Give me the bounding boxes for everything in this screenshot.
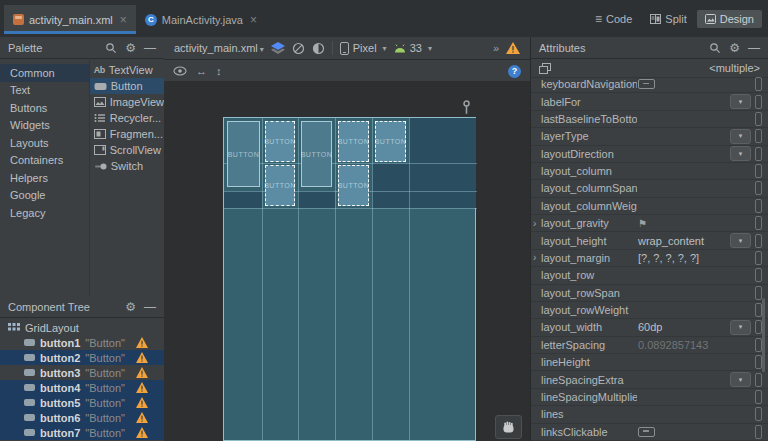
- dropdown-button[interactable]: ▾: [730, 233, 751, 248]
- attribute-value[interactable]: [?, ?, ?, ?, ?]: [637, 252, 755, 264]
- view-options-eye-icon[interactable]: [173, 66, 187, 76]
- tree-item-button3[interactable]: button3"Button": [0, 365, 164, 380]
- dropdown-button[interactable]: ▾: [730, 320, 751, 335]
- palette-item-imageview[interactable]: ImageView: [90, 94, 164, 110]
- expander-icon[interactable]: ›: [533, 252, 536, 263]
- toggle-icon[interactable]: [638, 427, 655, 437]
- palette-item-switch[interactable]: Switch: [90, 158, 164, 174]
- resource-picker-icon[interactable]: [755, 77, 762, 91]
- resource-picker-icon[interactable]: [755, 216, 762, 230]
- tree-item-gridlayout[interactable]: GridLayout: [0, 320, 164, 335]
- pan-button[interactable]: [495, 415, 522, 439]
- dropdown-button[interactable]: ▾: [730, 146, 751, 161]
- resource-picker-icon[interactable]: [755, 95, 762, 109]
- palette-category-google[interactable]: Google: [0, 187, 89, 205]
- attribute-row-linksClickable[interactable]: linksClickable: [531, 424, 768, 441]
- palette-item-textview[interactable]: AbTextView: [90, 62, 164, 78]
- canvas-button3[interactable]: BUTTON: [301, 121, 332, 187]
- attribute-row-layout_column[interactable]: layout_column: [531, 163, 768, 180]
- palette-item-scrollview[interactable]: ScrollView: [90, 142, 164, 158]
- attribute-row-layout_margin[interactable]: ›layout_margin[?, ?, ?, ?, ?]: [531, 250, 768, 267]
- attribute-row-lines[interactable]: lines: [531, 406, 768, 423]
- resource-picker-icon[interactable]: [755, 129, 762, 143]
- api-selector[interactable]: 33 ▾: [394, 42, 432, 54]
- resource-picker-icon[interactable]: [755, 425, 762, 439]
- attribute-row-layout_columnSpan[interactable]: layout_columnSpan: [531, 180, 768, 197]
- attribute-value[interactable]: ⚑: [637, 218, 755, 229]
- attribute-row-labelFor[interactable]: labelFor▾: [531, 93, 768, 110]
- close-icon[interactable]: ×: [250, 13, 257, 27]
- resource-picker-icon[interactable]: [755, 164, 762, 178]
- attribute-row-layerType[interactable]: layerType▾: [531, 128, 768, 145]
- resource-picker-icon[interactable]: [755, 112, 762, 126]
- attribute-row-layout_rowSpan[interactable]: layout_rowSpan: [531, 285, 768, 302]
- attribute-row-keyboardNavigation[interactable]: keyboardNavigation...: [531, 76, 768, 93]
- help-icon[interactable]: ?: [508, 65, 521, 78]
- attribute-row-layout_row[interactable]: layout_row: [531, 267, 768, 284]
- palette-category-widgets[interactable]: Widgets: [0, 117, 89, 135]
- canvas-button5[interactable]: BUTTON: [375, 121, 406, 162]
- editor-tab[interactable]: activity_main.xml×: [4, 5, 136, 34]
- resource-picker-icon[interactable]: [755, 147, 762, 161]
- view-mode-code[interactable]: ≡ Code: [587, 9, 640, 29]
- attribute-row-layout_height[interactable]: layout_heightwrap_content▾: [531, 232, 768, 249]
- attribute-row-layout_columnWeight[interactable]: layout_columnWeight: [531, 198, 768, 215]
- tree-item-button4[interactable]: button4"Button": [0, 380, 164, 395]
- attribute-row-lineSpacingMultiplier[interactable]: lineSpacingMultiplier: [531, 389, 768, 406]
- attribute-row-letterSpacing[interactable]: letterSpacing0.0892857143: [531, 337, 768, 354]
- palette-category-common[interactable]: Common: [0, 64, 89, 82]
- palette-item-recycler[interactable]: Recycler...: [90, 110, 164, 126]
- attribute-value[interactable]: [637, 427, 755, 437]
- tree-item-button7[interactable]: button7"Button": [0, 425, 164, 440]
- resource-picker-icon[interactable]: [755, 390, 762, 404]
- gear-icon[interactable]: ⚙: [125, 41, 136, 55]
- dropdown-button[interactable]: ▾: [730, 129, 751, 144]
- wrench-icon[interactable]: [462, 100, 471, 115]
- dropdown-button[interactable]: ▾: [730, 372, 751, 387]
- resource-picker-icon[interactable]: [755, 181, 762, 195]
- attribute-value[interactable]: 60dp: [637, 321, 730, 333]
- flag-icon[interactable]: ⚑: [638, 218, 647, 229]
- palette-category-text[interactable]: Text: [0, 82, 89, 100]
- toggle-icon[interactable]: [638, 79, 655, 89]
- gear-icon[interactable]: ⚙: [729, 41, 740, 55]
- tree-item-button5[interactable]: button5"Button": [0, 395, 164, 410]
- resource-picker-icon[interactable]: [755, 303, 762, 317]
- palette-category-containers[interactable]: Containers: [0, 152, 89, 170]
- horizontal-resize-icon[interactable]: ↔: [196, 65, 207, 77]
- layout-file-selector[interactable]: activity_main.xml▾: [174, 42, 264, 54]
- resource-picker-icon[interactable]: [755, 199, 762, 213]
- attribute-row-layout_gravity[interactable]: ›layout_gravity⚑: [531, 215, 768, 232]
- canvas-button6[interactable]: BUTTON: [265, 165, 295, 206]
- attribute-row-lineHeight[interactable]: lineHeight: [531, 354, 768, 371]
- design-surface[interactable]: BUTTONBUTTONBUTTONBUTTONBUTTONBUTTONBUTT…: [164, 81, 530, 441]
- resource-picker-icon[interactable]: [755, 373, 762, 387]
- vertical-resize-icon[interactable]: ↕: [216, 65, 222, 77]
- canvas-button2[interactable]: BUTTON: [265, 121, 295, 162]
- resource-picker-icon[interactable]: [755, 251, 762, 265]
- view-mode-split[interactable]: Split: [642, 10, 694, 28]
- editor-tab[interactable]: CMainActivity.java×: [136, 5, 266, 34]
- attribute-row-layoutDirection[interactable]: layoutDirection▾: [531, 146, 768, 163]
- resource-picker-icon[interactable]: [755, 320, 762, 334]
- palette-category-layouts[interactable]: Layouts: [0, 134, 89, 152]
- attribute-value[interactable]: 0.0892857143: [637, 339, 755, 351]
- tree-item-button6[interactable]: button6"Button": [0, 410, 164, 425]
- expander-icon[interactable]: ›: [533, 218, 536, 229]
- resource-picker-icon[interactable]: [755, 338, 762, 352]
- view-mode-design[interactable]: Design: [697, 10, 762, 28]
- tree-item-button2[interactable]: button2"Button": [0, 350, 164, 365]
- resource-picker-icon[interactable]: [755, 234, 762, 248]
- canvas-button1[interactable]: BUTTON: [227, 121, 260, 187]
- device-selector[interactable]: Pixel ▾: [340, 42, 387, 55]
- minimize-icon[interactable]: —: [748, 41, 760, 55]
- attribute-value[interactable]: [637, 79, 755, 89]
- attribute-row-layout_rowWeight[interactable]: layout_rowWeight: [531, 302, 768, 319]
- tree-item-button1[interactable]: button1"Button": [0, 335, 164, 350]
- search-icon[interactable]: [105, 42, 117, 54]
- palette-item-fragmen[interactable]: Fragmen...: [90, 126, 164, 142]
- attribute-row-lineSpacingExtra[interactable]: lineSpacingExtra▾: [531, 371, 768, 388]
- palette-category-buttons[interactable]: Buttons: [0, 99, 89, 117]
- resource-picker-icon[interactable]: [755, 268, 762, 282]
- search-icon[interactable]: [709, 42, 721, 54]
